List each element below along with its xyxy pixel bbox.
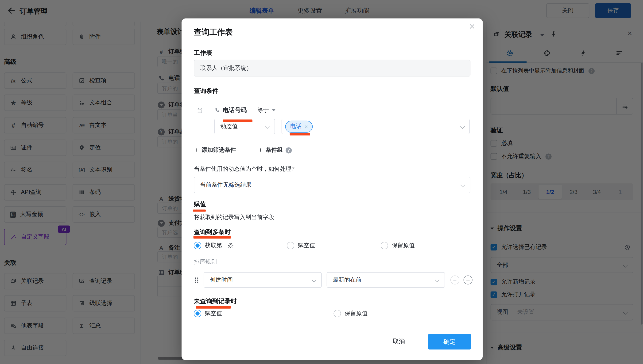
operator-dropdown[interactable]: 等于 xyxy=(257,107,269,114)
plus-icon: ＋ xyxy=(258,146,264,154)
tag-close-icon[interactable]: × xyxy=(305,123,308,130)
worksheet-value: 联系人（审批系统） xyxy=(200,64,252,72)
phone-icon xyxy=(215,107,220,113)
selected-value: 动态值 xyxy=(221,123,238,130)
annotation-underline-multi-match xyxy=(193,236,231,238)
selected-value: 当前条件无筛选结果 xyxy=(200,181,252,188)
tag-label: 电话 xyxy=(290,123,302,130)
when-label: 当 xyxy=(197,107,203,114)
annotation-underline-no-match xyxy=(196,306,231,308)
worksheet-label: 工作表 xyxy=(194,49,212,57)
link-label: 添加筛选条件 xyxy=(202,146,236,154)
worksheet-input[interactable]: 联系人（审批系统） xyxy=(194,60,470,77)
selected-value: 创建时间 xyxy=(210,276,233,284)
radio-get-first[interactable]: 获取第一条 xyxy=(194,242,234,249)
drag-handle-icon[interactable] xyxy=(195,277,198,282)
remove-sort-icon[interactable]: − xyxy=(451,275,459,284)
chevron-down-icon xyxy=(312,278,316,282)
radio-label: 保留原值 xyxy=(345,310,368,317)
caret-down-icon[interactable] xyxy=(272,109,276,112)
condition-field: 电话号码 xyxy=(223,106,247,114)
radio[interactable] xyxy=(287,242,294,249)
radio-keep-original[interactable]: 保留原值 xyxy=(381,242,415,249)
cancel-button[interactable]: 取消 xyxy=(386,338,411,346)
assign-label: 赋值 xyxy=(194,200,206,208)
annotation-underline-condition-field xyxy=(223,120,253,122)
app-window: 订单管理 编辑表单 更多设置 扩展功能 关闭 保存 组织角色 附件 高级 fx … xyxy=(0,0,643,364)
add-filter-link[interactable]: ＋ 添加筛选条件 xyxy=(194,146,236,154)
empty-dynamic-question: 当条件使用的动态值为空时，如何处理? xyxy=(194,165,295,172)
radio-label: 获取第一条 xyxy=(205,242,234,249)
close-icon[interactable]: × xyxy=(469,22,475,32)
no-match-label: 未查询到记录时 xyxy=(194,298,237,305)
chevron-down-icon xyxy=(435,278,440,282)
add-group-link[interactable]: ＋ 条件组 xyxy=(258,146,283,154)
help-icon[interactable]: ? xyxy=(286,147,292,154)
radio-selected[interactable] xyxy=(194,310,201,317)
chevron-down-icon xyxy=(460,124,465,129)
assign-desc: 将获取到的记录写入到当前字段 xyxy=(194,214,274,221)
conditions-label: 查询条件 xyxy=(194,87,219,95)
radio-keep-original-2[interactable]: 保留原值 xyxy=(333,310,367,317)
radio-set-empty-2[interactable]: 赋空值 xyxy=(194,310,222,317)
selected-value: 最新的在前 xyxy=(333,276,361,284)
radio[interactable] xyxy=(381,242,388,249)
sort-rule-label: 排序规则 xyxy=(194,258,217,266)
empty-dynamic-dropdown[interactable]: 当前条件无筛选结果 xyxy=(194,177,470,193)
value-tag: 电话 × xyxy=(285,120,313,132)
plus-icon: ＋ xyxy=(194,146,199,154)
chevron-down-icon xyxy=(460,183,465,188)
add-sort-icon[interactable]: ＋ xyxy=(464,275,473,284)
query-worksheet-modal: × 查询工作表 工作表 联系人（审批系统） 查询条件 当 电话号码 等于 动态值… xyxy=(181,18,483,360)
radio-selected[interactable] xyxy=(194,242,201,249)
sort-order-dropdown[interactable]: 最新的在前 xyxy=(327,272,445,288)
ok-button[interactable]: 确定 xyxy=(428,334,471,350)
annotation-underline-tag xyxy=(290,133,310,135)
radio-label: 赋空值 xyxy=(298,242,315,249)
radio[interactable] xyxy=(333,310,341,317)
sort-field-dropdown[interactable]: 创建时间 xyxy=(203,272,322,288)
radio-set-empty[interactable]: 赋空值 xyxy=(287,242,315,249)
radio-label: 赋空值 xyxy=(205,310,222,317)
value-tag-combobox[interactable]: 电话 × xyxy=(282,119,470,134)
chevron-down-icon xyxy=(265,124,270,129)
modal-title: 查询工作表 xyxy=(194,27,233,38)
radio-label: 保留原值 xyxy=(392,242,415,249)
annotation-underline-assign xyxy=(193,210,206,212)
link-label: 条件组 xyxy=(266,146,283,154)
multi-match-label: 查询到多条时 xyxy=(194,228,231,236)
